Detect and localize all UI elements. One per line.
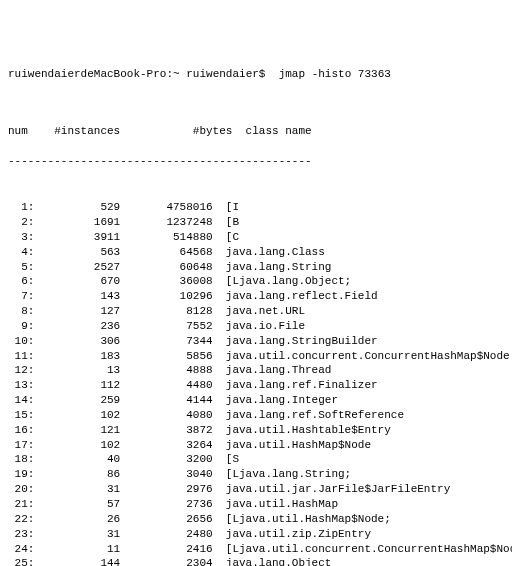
cell-class: java.lang.reflect.Field (213, 289, 378, 304)
cell-bytes: 2736 (120, 497, 212, 512)
table-row: 25:1442304java.lang.Object (8, 556, 504, 566)
cell-class: java.util.Hashtable$Entry (213, 423, 391, 438)
table-row: 10:3067344java.lang.StringBuilder (8, 334, 504, 349)
cell-instances: 121 (34, 423, 120, 438)
table-row: 9:2367552java.io.File (8, 319, 504, 334)
cell-bytes: 3264 (120, 438, 212, 453)
cell-bytes: 3200 (120, 452, 212, 467)
table-body: 1:5294758016[I2:16911237248[B3:391151488… (8, 200, 504, 566)
cell-num: 6: (8, 274, 34, 289)
cell-instances: 306 (34, 334, 120, 349)
cell-bytes: 64568 (120, 245, 212, 260)
separator-line: ----------------------------------------… (8, 154, 504, 169)
cell-class: [C (213, 230, 239, 245)
cell-class: [S (213, 452, 239, 467)
cell-instances: 102 (34, 408, 120, 423)
cell-bytes: 2976 (120, 482, 212, 497)
table-row: 18:403200[S (8, 452, 504, 467)
table-row: 11:1835856java.util.concurrent.Concurren… (8, 349, 504, 364)
table-row: 3:3911514880[C (8, 230, 504, 245)
cell-class: [I (213, 200, 239, 215)
cell-num: 21: (8, 497, 34, 512)
cell-class: java.lang.ref.Finalizer (213, 378, 378, 393)
cell-bytes: 3872 (120, 423, 212, 438)
cell-bytes: 60648 (120, 260, 212, 275)
cell-class: java.util.zip.ZipEntry (213, 527, 371, 542)
cell-class: [Ljava.lang.Object; (213, 274, 352, 289)
cell-num: 12: (8, 363, 34, 378)
table-row: 14:2594144java.lang.Integer (8, 393, 504, 408)
table-row: 12:134888java.lang.Thread (8, 363, 504, 378)
cell-instances: 183 (34, 349, 120, 364)
cell-bytes: 4758016 (120, 200, 212, 215)
cell-class: java.util.HashMap$Node (213, 438, 371, 453)
cell-num: 22: (8, 512, 34, 527)
cell-instances: 13 (34, 363, 120, 378)
cell-instances: 143 (34, 289, 120, 304)
table-row: 5:252760648java.lang.String (8, 260, 504, 275)
header-class: class name (232, 124, 311, 139)
cell-class: [Ljava.util.HashMap$Node; (213, 512, 391, 527)
cell-bytes: 4144 (120, 393, 212, 408)
cell-instances: 2527 (34, 260, 120, 275)
table-row: 6:67036008[Ljava.lang.Object; (8, 274, 504, 289)
cell-num: 3: (8, 230, 34, 245)
table-row: 24:112416[Ljava.util.concurrent.Concurre… (8, 542, 504, 557)
prompt-command[interactable]: jmap -histo 73363 (272, 68, 391, 80)
cell-instances: 86 (34, 467, 120, 482)
cell-bytes: 8128 (120, 304, 212, 319)
cell-num: 11: (8, 349, 34, 364)
cell-num: 24: (8, 542, 34, 557)
cell-class: java.lang.ref.SoftReference (213, 408, 404, 423)
cell-num: 19: (8, 467, 34, 482)
cell-instances: 3911 (34, 230, 120, 245)
table-row: 4:56364568java.lang.Class (8, 245, 504, 260)
prompt-host: ruiwendaierdeMacBook-Pro:~ ruiwendaier$ (8, 68, 272, 80)
cell-num: 14: (8, 393, 34, 408)
cell-bytes: 2480 (120, 527, 212, 542)
table-row: 16:1213872java.util.Hashtable$Entry (8, 423, 504, 438)
table-row: 22:262656[Ljava.util.HashMap$Node; (8, 512, 504, 527)
cell-class: [Ljava.lang.String; (213, 467, 352, 482)
table-row: 8:1278128java.net.URL (8, 304, 504, 319)
cell-instances: 31 (34, 482, 120, 497)
cell-instances: 26 (34, 512, 120, 527)
cell-class: java.lang.StringBuilder (213, 334, 378, 349)
cell-instances: 563 (34, 245, 120, 260)
cell-num: 2: (8, 215, 34, 230)
cell-bytes: 2656 (120, 512, 212, 527)
cell-instances: 31 (34, 527, 120, 542)
cell-bytes: 2416 (120, 542, 212, 557)
cell-class: java.util.jar.JarFile$JarFileEntry (213, 482, 451, 497)
cell-num: 1: (8, 200, 34, 215)
cell-num: 8: (8, 304, 34, 319)
table-row: 2:16911237248[B (8, 215, 504, 230)
cell-num: 17: (8, 438, 34, 453)
header-instances: #instances (34, 124, 140, 139)
cell-class: java.io.File (213, 319, 305, 334)
cell-bytes: 7344 (120, 334, 212, 349)
header-num: num (8, 124, 34, 139)
cell-class: [B (213, 215, 239, 230)
cell-class: java.lang.Class (213, 245, 325, 260)
cell-class: java.util.HashMap (213, 497, 338, 512)
cell-bytes: 2304 (120, 556, 212, 566)
cell-num: 4: (8, 245, 34, 260)
cell-bytes: 4080 (120, 408, 212, 423)
cell-class: java.lang.Thread (213, 363, 332, 378)
table-row: 23:312480java.util.zip.ZipEntry (8, 527, 504, 542)
cell-class: java.util.concurrent.ConcurrentHashMap$N… (213, 349, 510, 364)
cell-num: 23: (8, 527, 34, 542)
cell-class: java.lang.Integer (213, 393, 338, 408)
cell-instances: 259 (34, 393, 120, 408)
cell-class: java.lang.String (213, 260, 332, 275)
table-row: 13:1124480java.lang.ref.Finalizer (8, 378, 504, 393)
terminal-prompt-line: ruiwendaierdeMacBook-Pro:~ ruiwendaier$ … (8, 67, 504, 82)
cell-bytes: 10296 (120, 289, 212, 304)
table-row: 1:5294758016[I (8, 200, 504, 215)
table-row: 15:1024080java.lang.ref.SoftReference (8, 408, 504, 423)
table-row: 17:1023264java.util.HashMap$Node (8, 438, 504, 453)
table-row: 20:312976java.util.jar.JarFile$JarFileEn… (8, 482, 504, 497)
cell-instances: 1691 (34, 215, 120, 230)
cell-num: 15: (8, 408, 34, 423)
